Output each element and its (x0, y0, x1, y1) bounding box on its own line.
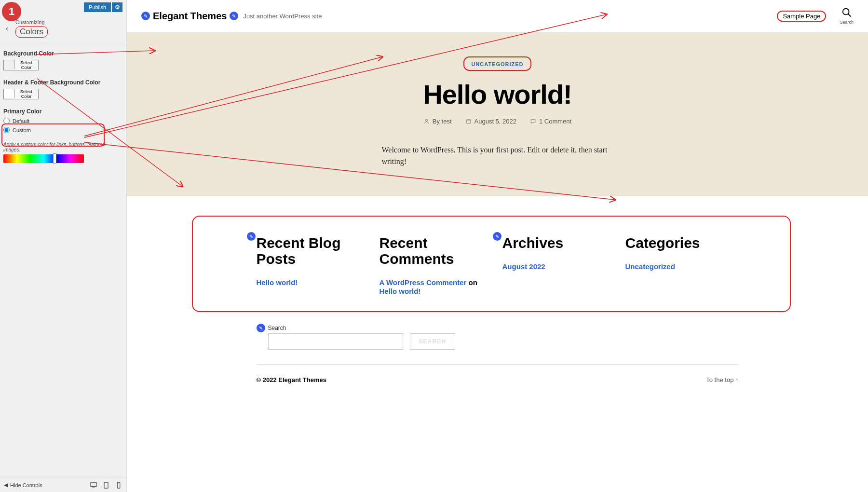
hf-color-swatch (4, 89, 14, 98)
post-excerpt: Welcome to WordPress. This is your first… (382, 144, 613, 167)
meta-author: By test (423, 118, 452, 125)
preview-pane: ✎ Elegant Themes ✎ Just another WordPres… (127, 0, 868, 492)
pencil-icon: ✎ (495, 234, 499, 239)
hero: UNCATEGORIZED Hello world! By test Augus… (127, 32, 868, 196)
pencil-icon: ✎ (232, 14, 236, 19)
annotation-number-1: 1 (2, 2, 21, 21)
section-colors: Colors (15, 26, 48, 38)
meta-date-text: August 5, 2022 (475, 118, 516, 125)
control-primary-color: Primary Color Default Custom (3, 108, 123, 133)
hide-controls-label: Hide Controls (10, 482, 42, 488)
site-header-right: Sample Page Search (777, 7, 854, 25)
search-input[interactable] (268, 333, 403, 350)
header-search-label: Search (840, 20, 854, 25)
search-submit-button[interactable]: SEARCH (410, 333, 456, 350)
radio-custom-label: Custom (13, 127, 31, 133)
device-desktop-icon[interactable] (90, 481, 97, 489)
customizer-sidebar: Publish ⚙ ‹ Customizing Colors Backgroun… (0, 0, 127, 492)
pencil-icon: ✎ (144, 14, 148, 19)
meta-comments-text: 1 Comment (539, 118, 571, 125)
archive-link[interactable]: August 2022 (502, 262, 616, 271)
publish-button[interactable]: Publish (84, 2, 111, 12)
hide-controls-button[interactable]: ◀ Hide Controls (4, 482, 42, 488)
radio-custom[interactable]: Custom (3, 127, 123, 133)
widget-archives-title: Archives (502, 235, 616, 251)
collapse-icon: ◀ (4, 482, 8, 488)
primary-color-label: Primary Color (3, 108, 123, 115)
svg-point-6 (425, 119, 427, 121)
nav-sample-page[interactable]: Sample Page (777, 11, 826, 22)
hue-slider[interactable] (3, 154, 84, 163)
widget-recent-posts: ✎ Recent Blog Posts Hello world! (257, 235, 370, 296)
widget-archives: ✎ Archives August 2022 (502, 235, 616, 296)
svg-line-5 (848, 14, 851, 17)
calendar-icon (465, 118, 472, 124)
primary-color-hint: Apply a custom color for links, buttons,… (3, 142, 123, 152)
svg-rect-7 (466, 120, 471, 123)
comment-author-link[interactable]: A WordPress Commenter (380, 278, 467, 287)
radio-custom-input[interactable] (3, 127, 10, 133)
gear-icon: ⚙ (115, 4, 120, 11)
edit-shortcut-tagline[interactable]: ✎ (230, 12, 238, 20)
svg-point-4 (842, 9, 849, 15)
svg-rect-3 (117, 482, 120, 488)
pencil-icon: ✎ (249, 234, 253, 239)
category-link-widget[interactable]: Uncategorized (625, 262, 739, 271)
search-widget-label: Search (268, 325, 456, 331)
to-the-top-link[interactable]: To the top ↑ (706, 376, 738, 383)
device-tablet-icon[interactable] (102, 481, 110, 489)
customizing-label: Customizing (15, 19, 48, 25)
recent-post-link[interactable]: Hello world! (257, 278, 370, 287)
post-meta: By test August 5, 2022 1 Comment (146, 118, 849, 125)
category-badge: UNCATEGORIZED (463, 56, 531, 71)
site-header-left: ✎ Elegant Themes ✎ Just another WordPres… (141, 11, 322, 22)
publish-settings-button[interactable]: ⚙ (112, 2, 122, 12)
control-background-color: Background Color Select Color (3, 50, 123, 70)
site-header: ✎ Elegant Themes ✎ Just another WordPres… (127, 0, 868, 32)
widget-recent-comments: Recent Comments A WordPress Commenter on… (380, 235, 493, 296)
widget-categories: Categories Uncategorized (625, 235, 739, 296)
widget-recent-comments-title: Recent Comments (380, 235, 493, 267)
meta-date: August 5, 2022 (465, 118, 516, 125)
control-header-footer-color: Header & Footer Background Color Select … (3, 79, 123, 99)
edit-shortcut-recent-posts[interactable]: ✎ (247, 232, 256, 241)
widgets-row: ✎ Recent Blog Posts Hello world! Recent … (257, 235, 739, 296)
bg-color-picker[interactable]: Select Color (3, 60, 39, 70)
edit-shortcut-archives[interactable]: ✎ (493, 232, 502, 241)
radio-default-input[interactable] (3, 118, 10, 124)
controls-area: Background Color Select Color Header & F… (0, 45, 126, 168)
bg-select-color-button[interactable]: Select Color (14, 60, 38, 70)
meta-comments[interactable]: 1 Comment (530, 118, 571, 125)
comment-post-link[interactable]: Hello world! (380, 287, 421, 295)
hf-select-color-button[interactable]: Select Color (14, 89, 38, 99)
pencil-icon: ✎ (259, 326, 263, 331)
comment-icon (530, 118, 536, 124)
bg-color-swatch (4, 60, 14, 69)
device-switcher (90, 481, 122, 489)
hf-color-picker[interactable]: Select Color (3, 89, 39, 99)
footer-copyright: © 2022 Elegant Themes (257, 376, 326, 383)
widgets-section: ✎ Recent Blog Posts Hello world! Recent … (127, 196, 868, 410)
site-title[interactable]: Elegant Themes (153, 11, 227, 22)
search-widget-wrap: ✎ Search SEARCH (257, 325, 739, 364)
device-mobile-icon[interactable] (115, 481, 122, 489)
svg-rect-0 (91, 482, 96, 486)
search-widget-form: SEARCH (268, 333, 456, 350)
site-footer: © 2022 Elegant Themes To the top ↑ (257, 364, 739, 395)
site-tagline: Just another WordPress site (243, 13, 322, 20)
sidebar-header: ‹ Customizing Colors (0, 14, 126, 45)
header-search-button[interactable]: Search (840, 7, 854, 25)
category-link[interactable]: UNCATEGORIZED (471, 61, 523, 67)
sidebar-footer: ◀ Hide Controls (0, 478, 126, 492)
hf-color-label: Header & Footer Background Color (3, 79, 123, 86)
edit-shortcut-title[interactable]: ✎ (141, 12, 150, 20)
edit-shortcut-search[interactable]: ✎ (257, 324, 265, 332)
sidebar-header-text: Customizing Colors (15, 19, 48, 38)
radio-default[interactable]: Default (3, 118, 123, 124)
comment-on-text: on (466, 278, 477, 287)
hue-handle[interactable] (53, 153, 56, 164)
bg-color-label: Background Color (3, 50, 123, 57)
back-button[interactable]: ‹ (6, 24, 8, 32)
post-title[interactable]: Hello world! (146, 79, 849, 110)
person-icon (423, 118, 430, 124)
